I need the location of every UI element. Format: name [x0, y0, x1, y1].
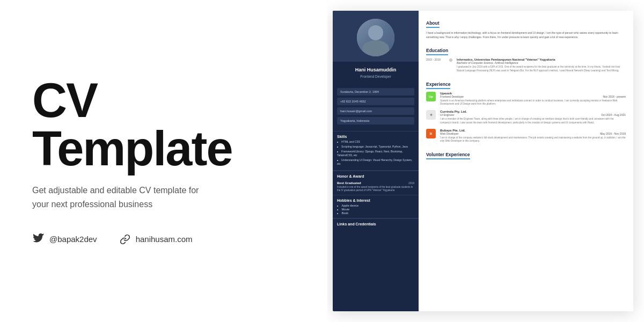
cv-award-section: Honor & Award Best Graduated 2019 Includ… [333, 170, 419, 195]
twitter-icon [32, 233, 45, 246]
cv-experience-title: Experience [426, 82, 450, 89]
cv-exp-desc: Upwork is an American freelancing platfo… [440, 99, 626, 107]
cv-exp-role: Frontend Developer [440, 95, 464, 98]
avatar [357, 19, 394, 56]
cv-award-title: Honor & Award [333, 171, 419, 180]
cv-exp-period: Nov 2018 - present [603, 95, 626, 98]
link-icon [119, 233, 131, 246]
upwork-logo: Up [426, 92, 436, 101]
cv-award-year: 2019 [408, 181, 414, 185]
cv-field-city: Yogyakarta, Indonesia [337, 117, 414, 125]
bubays-logo: B [426, 129, 436, 138]
hobby-item: Book [337, 211, 414, 215]
title-line1: CV [32, 74, 97, 127]
cv-education-title: Education [426, 48, 448, 55]
cv-award-name: Best Graduated [337, 181, 361, 185]
cv-edu-item: 2015 - 2019 Informatics, Universitas Pem… [426, 58, 626, 73]
cv-links-section: Links and Credentials [333, 218, 419, 230]
left-panel: CV Template Get adjustable and editable … [0, 0, 327, 322]
hobby-item: Movie [337, 208, 414, 211]
website-link[interactable]: hanihusam.com [119, 233, 193, 246]
main-title: CV Template [32, 76, 295, 173]
cv-exp-item-bubays: B Bubays Pte. Ltd. Web Developer May 201… [426, 129, 626, 144]
skill-item: Framework/Library: Django, React, Next, … [337, 150, 414, 157]
skill-item: Understanding UI Design: Visual Hierarch… [337, 158, 414, 166]
cv-edu-dot [449, 58, 452, 62]
hobby-item: Apple device [337, 204, 414, 207]
cv-exp-details-bubays: Bubays Pte. Ltd. Web Developer May 2019 … [440, 129, 626, 144]
cv-skills-title: Skills [333, 131, 419, 140]
cv-person-name: Hani Husamuddin [338, 67, 413, 74]
cv-exp-period: Oct 2020 - Aug 2021 [601, 113, 626, 116]
twitter-handle: @bapak2dev [49, 235, 97, 244]
cv-name-area: Hani Husamuddin Frontend Developer [333, 62, 419, 84]
cv-hobbies-list: Apple device Movie Book [333, 204, 419, 218]
cv-exp-desc: I am in charge of the company website's … [440, 136, 626, 144]
cv-edu-years: 2015 - 2019 [426, 58, 445, 73]
cv-volunteer-title: Volunter Experience [426, 152, 470, 159]
cv-exp-period: May 2019 - Nov 2019 [600, 132, 626, 135]
cv-about-title: About [426, 20, 440, 28]
skill-item: Scripting language: Javascript, Typescri… [337, 145, 414, 149]
cv-exp-details-upwork: Upwork Frontend Developer Nov 2018 - pre… [440, 92, 626, 107]
twitter-link[interactable]: @bapak2dev [32, 233, 97, 246]
cv-edu-desc: I graduated in July 2019 with a GPA of 3… [457, 65, 626, 73]
cv-field-email: hani.husam@gmail.com [337, 107, 414, 115]
cv-info-fields: Surakarta, December 2, 1994 +82 822 2045… [333, 84, 419, 131]
cv-exp-item-upwork: Up Upwork Frontend Developer Nov 2018 - … [426, 92, 626, 107]
cv-links-title: Links and Credentials [333, 218, 419, 228]
cv-avatar-area [333, 11, 419, 62]
currinda-logo: ✦ [426, 110, 436, 120]
avatar-image [357, 19, 394, 56]
cv-edu-details: Informatics, Universitas Pembangunan Nas… [457, 58, 626, 73]
cv-person-role: Frontend Developer [338, 75, 413, 78]
website-url: hanihusam.com [136, 235, 193, 244]
skill-item: HTML and CSS [337, 140, 414, 144]
cv-exp-item-currinda: ✦ Currinda Pty. Ltd. UI Engineer Oct 202… [426, 110, 626, 125]
cv-volunteer-section: Volunter Experience [426, 149, 626, 162]
cv-field-location: Surakarta, December 2, 1994 [337, 88, 414, 96]
cv-exp-role: Web Developer [440, 132, 458, 135]
cv-about-text: I have a background in information techn… [426, 31, 626, 39]
cv-about-section: About I have a background in information… [426, 17, 626, 39]
cv-exp-details-currinda: Currinda Pty. Ltd. UI Engineer Oct 2020 … [440, 110, 626, 125]
cv-preview: Hani Husamuddin Frontend Developer Surak… [333, 11, 633, 311]
cv-edu-degree: Bachelor of Computer Science, Artificial… [457, 61, 626, 64]
cv-award-desc: Included in one of the award recipients … [337, 186, 414, 193]
cv-education-section: Education 2015 - 2019 Informatics, Unive… [426, 45, 626, 73]
cv-left-column: Hani Husamuddin Frontend Developer Surak… [333, 11, 419, 311]
cv-exp-desc: I am a member of the Engineer Team, alon… [440, 118, 626, 125]
cv-skills-list: HTML and CSS Scripting language: Javascr… [333, 140, 419, 170]
cv-right-column: About I have a background in information… [419, 11, 633, 311]
social-links: @bapak2dev hanihusam.com [32, 233, 295, 246]
cv-experience-section: Experience Up Upwork Frontend Developer … [426, 78, 626, 144]
right-panel: Hani Husamuddin Frontend Developer Surak… [327, 0, 644, 322]
cv-exp-role: UI Engineer [440, 113, 454, 116]
cv-award-content: Best Graduated 2019 Included in one of t… [333, 180, 419, 195]
cv-hobbies-title: Hobbies & Interest [333, 195, 419, 204]
subtitle-text: Get adjustable and editable CV template … [32, 184, 204, 211]
cv-field-phone: +82 822 2045 4652 [337, 98, 414, 105]
title-line2: Template [32, 122, 232, 175]
